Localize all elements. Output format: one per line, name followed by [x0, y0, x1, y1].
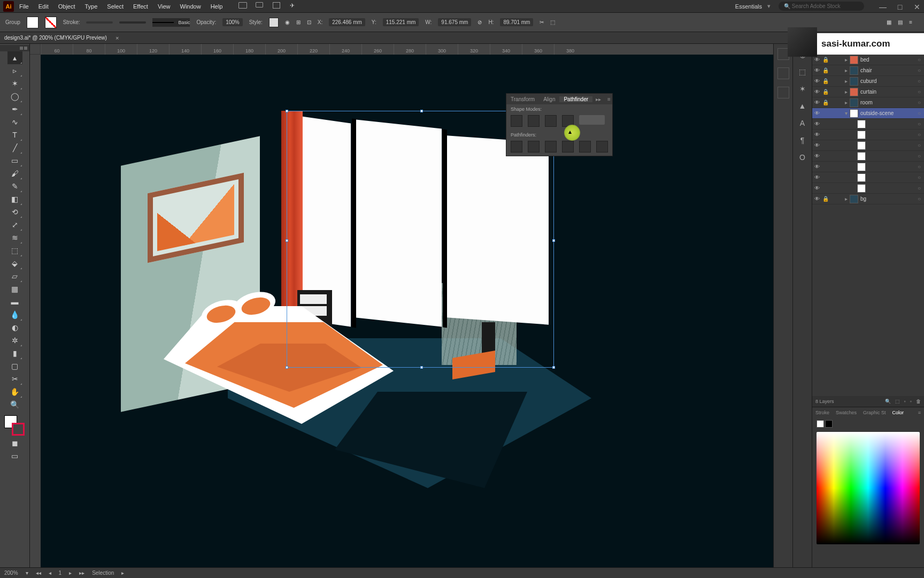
- target-icon[interactable]: ○: [914, 196, 924, 202]
- tab-transform[interactable]: Transform: [506, 96, 539, 102]
- artboard-next-icon[interactable]: ▸: [69, 570, 72, 576]
- target-icon[interactable]: ○: [914, 110, 924, 116]
- layer-row[interactable]: 👁🔒▸bed○: [812, 55, 924, 65]
- layer-name-label[interactable]: chair: [860, 67, 872, 73]
- fill-stroke-control[interactable]: [4, 415, 26, 437]
- graph-tool[interactable]: ▮: [7, 347, 22, 360]
- panel-collapse-icon[interactable]: ▸▸: [592, 96, 604, 102]
- y-input[interactable]: 115.221 mm: [383, 18, 419, 26]
- artboard-last-icon[interactable]: ▸▸: [79, 570, 84, 576]
- gradient-tool[interactable]: ▬: [7, 295, 22, 308]
- menu-object[interactable]: Object: [58, 3, 75, 10]
- opacity-input[interactable]: 100%: [222, 18, 243, 26]
- edit-icon[interactable]: ⬚: [550, 19, 555, 25]
- search-input[interactable]: 🔍 Search Adobe Stock: [779, 2, 864, 11]
- zoom-tool[interactable]: 🔍: [7, 398, 22, 411]
- magic-wand-tool[interactable]: ✶: [7, 77, 22, 90]
- new-layer-icon[interactable]: ▫: [910, 399, 912, 404]
- outline-button[interactable]: [579, 141, 591, 153]
- new-sublayer-icon[interactable]: ▫: [904, 399, 906, 404]
- lock-toggle-icon[interactable]: 🔒: [822, 89, 829, 95]
- artboard-number[interactable]: 1: [59, 570, 62, 576]
- layer-name-label[interactable]: bed: [860, 57, 869, 63]
- color-panel-menu-icon[interactable]: ≡: [915, 410, 924, 415]
- workspace-switcher[interactable]: Essentials: [735, 3, 762, 10]
- target-icon[interactable]: ○: [914, 142, 924, 148]
- tab-graphic-styles[interactable]: Graphic St: [860, 410, 889, 415]
- tab-align[interactable]: Align: [539, 96, 559, 102]
- menu-edit[interactable]: Edit: [38, 3, 49, 10]
- screen-mode-icon[interactable]: ▭: [7, 450, 22, 462]
- divide-button[interactable]: [511, 141, 522, 153]
- color-stroke-swatch[interactable]: [825, 420, 833, 428]
- color-spectrum[interactable]: [817, 432, 920, 544]
- perspective-tool[interactable]: ▱: [7, 270, 22, 283]
- eyedropper-tool[interactable]: 💧: [7, 308, 22, 321]
- layer-row[interactable]: 👁🔒▸chair○: [812, 65, 924, 76]
- menu-select[interactable]: Select: [107, 3, 124, 10]
- symbols-icon[interactable]: ▲: [796, 100, 809, 112]
- cc-libraries-icon[interactable]: ⬚: [796, 65, 809, 78]
- expand-toggle-icon[interactable]: ▸: [842, 100, 850, 105]
- window-maximize-icon[interactable]: □: [896, 3, 904, 10]
- lasso-tool[interactable]: ◯: [7, 90, 22, 103]
- tab-pathfinder[interactable]: Pathfinder: [559, 96, 592, 102]
- panel-toggle-1-icon[interactable]: ▦: [887, 19, 891, 25]
- x-input[interactable]: 226.486 mm: [329, 18, 365, 26]
- stock-icon[interactable]: [256, 2, 266, 11]
- rotate-tool[interactable]: ⟲: [7, 206, 22, 218]
- visibility-toggle-icon[interactable]: 👁: [812, 89, 822, 95]
- visibility-toggle-icon[interactable]: 👁: [812, 132, 822, 138]
- lock-toggle-icon[interactable]: 🔒: [822, 100, 829, 105]
- target-icon[interactable]: ○: [914, 153, 924, 159]
- libraries-icon[interactable]: [777, 67, 789, 79]
- recolor-icon[interactable]: ◉: [285, 19, 290, 25]
- visibility-toggle-icon[interactable]: 👁: [812, 185, 822, 191]
- visibility-toggle-icon[interactable]: 👁: [812, 121, 822, 127]
- layer-name-label[interactable]: curtain: [860, 89, 876, 95]
- unite-button[interactable]: [511, 115, 522, 127]
- target-icon[interactable]: ○: [914, 89, 924, 95]
- target-icon[interactable]: ○: [914, 132, 924, 138]
- type-tool[interactable]: T: [7, 128, 22, 141]
- artboard-tool[interactable]: ▢: [7, 360, 22, 372]
- line-tool[interactable]: ╱: [7, 141, 22, 154]
- lock-toggle-icon[interactable]: 🔒: [822, 67, 829, 73]
- layer-row[interactable]: 👁○: [812, 151, 924, 162]
- target-icon[interactable]: ○: [914, 121, 924, 127]
- target-icon[interactable]: ○: [914, 67, 924, 73]
- layer-name-label[interactable]: room: [860, 100, 873, 105]
- menu-view[interactable]: View: [158, 3, 171, 10]
- window-minimize-icon[interactable]: —: [879, 3, 887, 10]
- panel-toggle-2-icon[interactable]: ▤: [898, 19, 903, 25]
- minus-back-button[interactable]: [596, 141, 608, 153]
- opentype-icon[interactable]: O: [796, 151, 809, 164]
- expand-toggle-icon[interactable]: ▸: [842, 57, 850, 63]
- panel-menu-icon[interactable]: ≡: [909, 19, 912, 25]
- visibility-toggle-icon[interactable]: 👁: [812, 100, 822, 105]
- shape-builder-tool[interactable]: ⬙: [7, 257, 22, 270]
- fill-swatch[interactable]: [27, 17, 38, 28]
- h-input[interactable]: 89.701 mm: [500, 18, 533, 26]
- brushes-icon[interactable]: ✶: [796, 82, 809, 95]
- pencil-tool[interactable]: ✎: [7, 180, 22, 193]
- hand-tool[interactable]: ✋: [7, 385, 22, 398]
- lock-toggle-icon[interactable]: 🔒: [822, 78, 829, 84]
- curvature-tool[interactable]: ∿: [7, 116, 22, 128]
- tab-swatches[interactable]: Swatches: [833, 410, 860, 415]
- visibility-toggle-icon[interactable]: 👁: [812, 110, 822, 116]
- visibility-toggle-icon[interactable]: 👁: [812, 164, 822, 170]
- locate-object-icon[interactable]: 🔍: [885, 399, 891, 404]
- rectangle-tool[interactable]: ▭: [7, 154, 22, 167]
- link-wh-icon[interactable]: ⊘: [478, 19, 482, 25]
- visibility-toggle-icon[interactable]: 👁: [812, 142, 822, 148]
- layer-row[interactable]: 👁🔒▸bg○: [812, 194, 924, 204]
- expand-toggle-icon[interactable]: ▸: [842, 196, 850, 202]
- layer-row[interactable]: 👁▾outside-scene○: [812, 108, 924, 119]
- menu-file[interactable]: File: [19, 3, 29, 10]
- delete-layer-icon[interactable]: 🗑: [916, 399, 921, 404]
- align-icon[interactable]: ⊞: [296, 19, 301, 25]
- graphic-style-swatch[interactable]: [269, 18, 279, 27]
- blend-tool[interactable]: ◐: [7, 321, 22, 334]
- w-input[interactable]: 91.675 mm: [438, 18, 471, 26]
